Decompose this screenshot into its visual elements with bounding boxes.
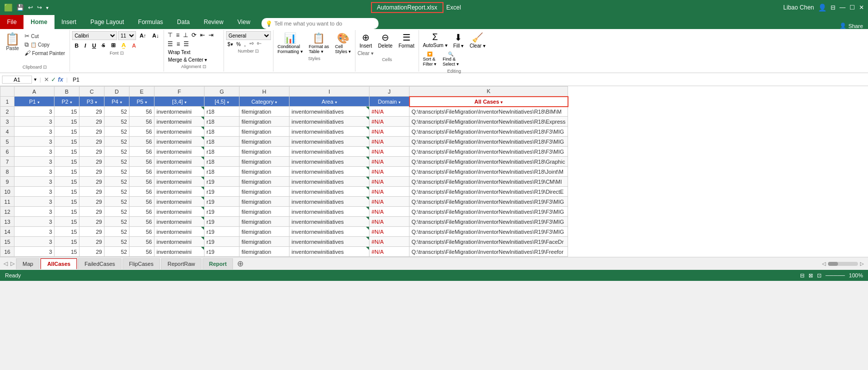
add-sheet-button[interactable]: ⊕: [234, 259, 246, 268]
cell-F14[interactable]: inventornewini: [154, 227, 204, 237]
cell-C8[interactable]: 29: [80, 167, 104, 177]
cell-K15[interactable]: Q:\transcripts\FileMigration\InventorNew…: [410, 237, 568, 247]
row-number-4[interactable]: 4: [0, 127, 14, 137]
col-header-K[interactable]: K: [410, 87, 568, 97]
cell-F16[interactable]: inventornewini: [154, 247, 204, 257]
row-number-2[interactable]: 2: [0, 107, 14, 117]
header-allcases[interactable]: All Cases ▾: [410, 97, 568, 107]
filter-dropdown-domain[interactable]: ▾: [398, 100, 400, 105]
cell-J2[interactable]: #N/A: [370, 107, 410, 117]
cell-I4[interactable]: inventornewinitiatives: [290, 127, 370, 137]
cell-A15[interactable]: 3: [14, 237, 54, 247]
align-left-button[interactable]: ☰: [166, 40, 174, 48]
cell-D9[interactable]: 52: [104, 177, 130, 187]
cell-G2[interactable]: r18: [204, 107, 240, 117]
cell-A13[interactable]: 3: [14, 217, 54, 227]
cell-D2[interactable]: 52: [104, 107, 130, 117]
increase-font-button[interactable]: A↑: [137, 32, 148, 40]
cell-B16[interactable]: 15: [54, 247, 80, 257]
filter-dropdown-P1[interactable]: ▾: [38, 100, 40, 105]
header-category[interactable]: Category ▾: [240, 97, 290, 107]
quick-access-customize-icon[interactable]: ▾: [46, 5, 48, 11]
cell-J7[interactable]: #N/A: [370, 157, 410, 167]
cell-D6[interactable]: 52: [104, 147, 130, 157]
cell-C5[interactable]: 29: [80, 137, 104, 147]
col-header-C[interactable]: C: [80, 87, 104, 97]
row-number-16[interactable]: 16: [0, 247, 14, 257]
cancel-formula-icon[interactable]: ✕: [44, 76, 49, 83]
cell-G6[interactable]: r18: [204, 147, 240, 157]
cell-F5[interactable]: inventornewini: [154, 137, 204, 147]
cell-F6[interactable]: inventornewini: [154, 147, 204, 157]
cell-A5[interactable]: 3: [14, 137, 54, 147]
tab-view[interactable]: View: [230, 15, 258, 29]
cell-K9[interactable]: Q:\transcripts\FileMigration\InventorNew…: [410, 177, 568, 187]
cell-J6[interactable]: #N/A: [370, 147, 410, 157]
row-number-13[interactable]: 13: [0, 217, 14, 227]
sheet-tab-failedcases[interactable]: FailedCases: [78, 258, 122, 269]
cell-G7[interactable]: r18: [204, 157, 240, 167]
cell-J10[interactable]: #N/A: [370, 187, 410, 197]
cell-C4[interactable]: 29: [80, 127, 104, 137]
cell-C9[interactable]: 29: [80, 177, 104, 187]
cell-D10[interactable]: 52: [104, 187, 130, 197]
header-P4[interactable]: P4 ▾: [104, 97, 130, 107]
cell-G13[interactable]: r19: [204, 217, 240, 227]
cell-K16[interactable]: Q:\transcripts\FileMigration\InventorNew…: [410, 247, 568, 257]
cut-button[interactable]: ✂ Cut: [23, 32, 66, 40]
tab-insert[interactable]: Insert: [54, 15, 84, 29]
header-P5[interactable]: P5 ▾: [130, 97, 154, 107]
decrease-font-button[interactable]: A↓: [150, 32, 162, 40]
cell-H8[interactable]: filemigration: [240, 167, 290, 177]
cell-E16[interactable]: 56: [130, 247, 154, 257]
filter-dropdown-area[interactable]: ▾: [335, 100, 337, 105]
font-name-select[interactable]: Calibri: [72, 31, 117, 40]
align-right-button[interactable]: ☰: [182, 40, 190, 48]
cell-I16[interactable]: inventornewinitiatives: [290, 247, 370, 257]
filter-dropdown-P3[interactable]: ▾: [95, 100, 97, 105]
sheet-tab-map[interactable]: Map: [16, 258, 40, 269]
format-painter-button[interactable]: 🖌 Format Painter: [23, 49, 66, 57]
cell-C6[interactable]: 29: [80, 147, 104, 157]
cell-H4[interactable]: filemigration: [240, 127, 290, 137]
cell-E7[interactable]: 56: [130, 157, 154, 167]
row-number-6[interactable]: 6: [0, 147, 14, 157]
cell-H15[interactable]: filemigration: [240, 237, 290, 247]
indent-increase-button[interactable]: ⇥: [207, 31, 215, 39]
find-select-button[interactable]: 🔍 Find &Select ▾: [440, 51, 461, 68]
comma-button[interactable]: ,: [243, 41, 248, 48]
minimize-icon[interactable]: —: [840, 4, 846, 11]
tab-review[interactable]: Review: [196, 15, 230, 29]
cell-F3[interactable]: inventornewini: [154, 117, 204, 127]
tab-data[interactable]: Data: [170, 15, 196, 29]
cell-B2[interactable]: 15: [54, 107, 80, 117]
cell-A14[interactable]: 3: [14, 227, 54, 237]
sheet-tab-reportraw[interactable]: ReportRaw: [161, 258, 202, 269]
cell-J5[interactable]: #N/A: [370, 137, 410, 147]
indent-decrease-button[interactable]: ⇤: [198, 31, 206, 39]
formula-dropdown-icon[interactable]: ▾: [34, 77, 36, 82]
tab-file[interactable]: File: [0, 15, 24, 29]
align-bottom-button[interactable]: ⊥: [182, 31, 190, 39]
align-center-button[interactable]: ≡: [175, 40, 182, 48]
col-header-H[interactable]: H: [240, 87, 290, 97]
cell-G12[interactable]: r19: [204, 207, 240, 217]
cell-reference-input[interactable]: [2, 76, 32, 84]
cell-C13[interactable]: 29: [80, 217, 104, 227]
spreadsheet-table-wrapper[interactable]: A B C D E F G H I J K 1 P1 ▾ P2 ▾ P3 ▾: [0, 86, 868, 257]
cell-E2[interactable]: 56: [130, 107, 154, 117]
filter-dropdown-45[interactable]: ▾: [227, 100, 229, 105]
cell-H3[interactable]: filemigration: [240, 117, 290, 127]
align-top-button[interactable]: ⊤: [166, 31, 174, 39]
font-color-button[interactable]: A: [130, 42, 138, 50]
cell-E11[interactable]: 56: [130, 197, 154, 207]
cell-D15[interactable]: 52: [104, 237, 130, 247]
ribbon-display-icon[interactable]: ⊟: [830, 4, 836, 11]
row-number-3[interactable]: 3: [0, 117, 14, 127]
cell-I12[interactable]: inventornewinitiatives: [290, 207, 370, 217]
cell-B15[interactable]: 15: [54, 237, 80, 247]
cell-H16[interactable]: filemigration: [240, 247, 290, 257]
cell-E15[interactable]: 56: [130, 237, 154, 247]
cell-F13[interactable]: inventornewini: [154, 217, 204, 227]
cell-F11[interactable]: inventornewini: [154, 197, 204, 207]
